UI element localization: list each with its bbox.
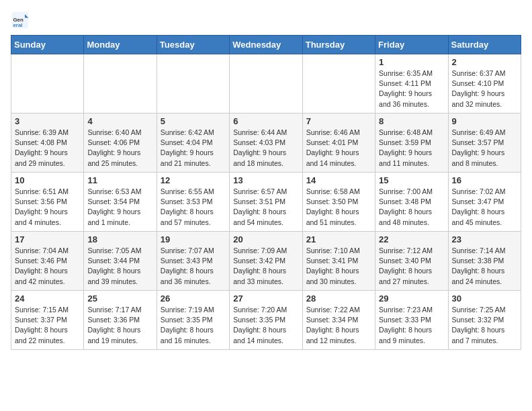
calendar-cell: 2Sunrise: 6:37 AM Sunset: 4:10 PM Daylig… bbox=[448, 54, 521, 113]
day-info: Sunrise: 6:39 AM Sunset: 4:08 PM Dayligh… bbox=[15, 128, 80, 169]
calendar-header: SundayMondayTuesdayWednesdayThursdayFrid… bbox=[11, 36, 521, 54]
day-number: 20 bbox=[233, 234, 298, 244]
calendar-table: SundayMondayTuesdayWednesdayThursdayFrid… bbox=[11, 35, 521, 350]
day-info: Sunrise: 7:14 AM Sunset: 3:38 PM Dayligh… bbox=[452, 246, 517, 287]
day-number: 29 bbox=[379, 293, 444, 304]
calendar-cell: 26Sunrise: 7:19 AM Sunset: 3:35 PM Dayli… bbox=[157, 291, 229, 350]
day-number: 21 bbox=[306, 234, 371, 244]
calendar-cell: 8Sunrise: 6:48 AM Sunset: 3:59 PM Daylig… bbox=[375, 113, 448, 173]
calendar-cell: 14Sunrise: 6:58 AM Sunset: 3:50 PM Dayli… bbox=[302, 173, 375, 232]
day-info: Sunrise: 7:12 AM Sunset: 3:40 PM Dayligh… bbox=[379, 246, 444, 287]
calendar-cell bbox=[84, 54, 157, 113]
calendar-cell bbox=[302, 54, 375, 113]
day-info: Sunrise: 7:20 AM Sunset: 3:35 PM Dayligh… bbox=[233, 305, 298, 346]
day-number: 6 bbox=[233, 116, 298, 126]
day-number: 22 bbox=[379, 234, 444, 244]
day-number: 4 bbox=[87, 116, 152, 126]
weekday-header-friday: Friday bbox=[375, 36, 448, 54]
day-number: 3 bbox=[15, 116, 80, 126]
day-info: Sunrise: 7:17 AM Sunset: 3:36 PM Dayligh… bbox=[87, 305, 152, 346]
day-info: Sunrise: 6:40 AM Sunset: 4:06 PM Dayligh… bbox=[87, 128, 152, 169]
day-number: 14 bbox=[306, 175, 371, 185]
day-info: Sunrise: 6:44 AM Sunset: 4:03 PM Dayligh… bbox=[233, 128, 298, 169]
day-info: Sunrise: 7:00 AM Sunset: 3:48 PM Dayligh… bbox=[379, 187, 444, 228]
calendar-cell: 12Sunrise: 6:55 AM Sunset: 3:53 PM Dayli… bbox=[157, 173, 229, 232]
calendar-cell: 15Sunrise: 7:00 AM Sunset: 3:48 PM Dayli… bbox=[375, 173, 448, 232]
day-info: Sunrise: 7:09 AM Sunset: 3:42 PM Dayligh… bbox=[233, 246, 298, 287]
day-info: Sunrise: 7:05 AM Sunset: 3:44 PM Dayligh… bbox=[87, 246, 152, 287]
calendar-cell: 1Sunrise: 6:35 AM Sunset: 4:11 PM Daylig… bbox=[375, 54, 448, 113]
week-row-3: 10Sunrise: 6:51 AM Sunset: 3:56 PM Dayli… bbox=[11, 173, 521, 232]
day-info: Sunrise: 6:37 AM Sunset: 4:10 PM Dayligh… bbox=[452, 68, 517, 109]
day-info: Sunrise: 7:02 AM Sunset: 3:47 PM Dayligh… bbox=[452, 187, 517, 228]
calendar-cell: 11Sunrise: 6:53 AM Sunset: 3:54 PM Dayli… bbox=[84, 173, 157, 232]
day-info: Sunrise: 7:10 AM Sunset: 3:41 PM Dayligh… bbox=[306, 246, 371, 287]
header: Gen eral bbox=[11, 11, 521, 30]
day-number: 16 bbox=[452, 175, 517, 185]
day-info: Sunrise: 7:07 AM Sunset: 3:43 PM Dayligh… bbox=[161, 246, 226, 287]
day-number: 27 bbox=[233, 293, 298, 304]
day-number: 1 bbox=[379, 57, 444, 67]
day-number: 23 bbox=[452, 234, 517, 244]
calendar-cell bbox=[157, 54, 229, 113]
day-number: 28 bbox=[306, 293, 371, 304]
calendar-cell bbox=[230, 54, 302, 113]
day-number: 15 bbox=[379, 175, 444, 185]
day-info: Sunrise: 6:42 AM Sunset: 4:04 PM Dayligh… bbox=[161, 128, 226, 169]
calendar-cell: 27Sunrise: 7:20 AM Sunset: 3:35 PM Dayli… bbox=[230, 291, 302, 350]
logo: Gen eral bbox=[11, 11, 32, 30]
week-row-2: 3Sunrise: 6:39 AM Sunset: 4:08 PM Daylig… bbox=[11, 113, 521, 173]
day-info: Sunrise: 6:49 AM Sunset: 3:57 PM Dayligh… bbox=[452, 128, 517, 169]
calendar-cell: 22Sunrise: 7:12 AM Sunset: 3:40 PM Dayli… bbox=[375, 232, 448, 291]
day-info: Sunrise: 6:57 AM Sunset: 3:51 PM Dayligh… bbox=[233, 187, 298, 228]
day-number: 17 bbox=[15, 234, 80, 244]
calendar-cell: 29Sunrise: 7:23 AM Sunset: 3:33 PM Dayli… bbox=[375, 291, 448, 350]
week-row-1: 1Sunrise: 6:35 AM Sunset: 4:11 PM Daylig… bbox=[11, 54, 521, 113]
calendar-cell: 30Sunrise: 7:25 AM Sunset: 3:32 PM Dayli… bbox=[448, 291, 521, 350]
day-number: 25 bbox=[87, 293, 152, 304]
calendar-cell: 28Sunrise: 7:22 AM Sunset: 3:34 PM Dayli… bbox=[302, 291, 375, 350]
day-info: Sunrise: 7:25 AM Sunset: 3:32 PM Dayligh… bbox=[452, 305, 517, 346]
weekday-header-monday: Monday bbox=[84, 36, 157, 54]
weekday-header-tuesday: Tuesday bbox=[157, 36, 229, 54]
week-row-5: 24Sunrise: 7:15 AM Sunset: 3:37 PM Dayli… bbox=[11, 291, 521, 350]
day-number: 12 bbox=[161, 175, 226, 185]
day-info: Sunrise: 6:48 AM Sunset: 3:59 PM Dayligh… bbox=[379, 128, 444, 169]
day-number: 26 bbox=[161, 293, 226, 304]
calendar-cell: 20Sunrise: 7:09 AM Sunset: 3:42 PM Dayli… bbox=[230, 232, 302, 291]
day-number: 30 bbox=[452, 293, 517, 304]
day-info: Sunrise: 7:04 AM Sunset: 3:46 PM Dayligh… bbox=[15, 246, 80, 287]
day-info: Sunrise: 7:19 AM Sunset: 3:35 PM Dayligh… bbox=[161, 305, 226, 346]
weekday-header-thursday: Thursday bbox=[302, 36, 375, 54]
day-number: 13 bbox=[233, 175, 298, 185]
calendar-cell: 21Sunrise: 7:10 AM Sunset: 3:41 PM Dayli… bbox=[302, 232, 375, 291]
calendar-cell: 24Sunrise: 7:15 AM Sunset: 3:37 PM Dayli… bbox=[11, 291, 84, 350]
weekday-header-sunday: Sunday bbox=[11, 36, 84, 54]
calendar-cell: 3Sunrise: 6:39 AM Sunset: 4:08 PM Daylig… bbox=[11, 113, 84, 173]
calendar-cell: 4Sunrise: 6:40 AM Sunset: 4:06 PM Daylig… bbox=[84, 113, 157, 173]
day-number: 2 bbox=[452, 57, 517, 67]
calendar-cell: 23Sunrise: 7:14 AM Sunset: 3:38 PM Dayli… bbox=[448, 232, 521, 291]
day-number: 24 bbox=[15, 293, 80, 304]
calendar-cell: 7Sunrise: 6:46 AM Sunset: 4:01 PM Daylig… bbox=[302, 113, 375, 173]
calendar-cell: 9Sunrise: 6:49 AM Sunset: 3:57 PM Daylig… bbox=[448, 113, 521, 173]
svg-text:eral: eral bbox=[13, 22, 23, 28]
day-info: Sunrise: 7:22 AM Sunset: 3:34 PM Dayligh… bbox=[306, 305, 371, 346]
day-info: Sunrise: 6:53 AM Sunset: 3:54 PM Dayligh… bbox=[87, 187, 152, 228]
calendar-cell: 25Sunrise: 7:17 AM Sunset: 3:36 PM Dayli… bbox=[84, 291, 157, 350]
weekday-row: SundayMondayTuesdayWednesdayThursdayFrid… bbox=[11, 36, 521, 54]
day-number: 7 bbox=[306, 116, 371, 126]
weekday-header-saturday: Saturday bbox=[448, 36, 521, 54]
day-info: Sunrise: 6:35 AM Sunset: 4:11 PM Dayligh… bbox=[379, 68, 444, 109]
weekday-header-wednesday: Wednesday bbox=[230, 36, 302, 54]
calendar-cell: 17Sunrise: 7:04 AM Sunset: 3:46 PM Dayli… bbox=[11, 232, 84, 291]
day-info: Sunrise: 6:55 AM Sunset: 3:53 PM Dayligh… bbox=[161, 187, 226, 228]
calendar-cell: 18Sunrise: 7:05 AM Sunset: 3:44 PM Dayli… bbox=[84, 232, 157, 291]
calendar-cell: 19Sunrise: 7:07 AM Sunset: 3:43 PM Dayli… bbox=[157, 232, 229, 291]
day-number: 5 bbox=[161, 116, 226, 126]
day-number: 18 bbox=[87, 234, 152, 244]
logo-icon: Gen eral bbox=[11, 11, 30, 30]
week-row-4: 17Sunrise: 7:04 AM Sunset: 3:46 PM Dayli… bbox=[11, 232, 521, 291]
day-info: Sunrise: 6:58 AM Sunset: 3:50 PM Dayligh… bbox=[306, 187, 371, 228]
day-number: 10 bbox=[15, 175, 80, 185]
